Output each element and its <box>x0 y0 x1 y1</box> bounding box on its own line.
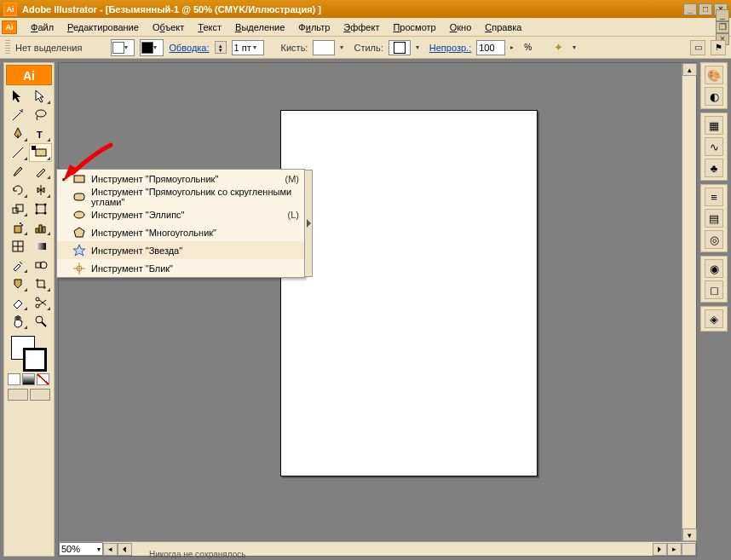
nav-first-button[interactable]: ⏴ <box>118 543 132 556</box>
flyout-ellipse-tool[interactable]: Инструмент "Эллипс" (L) <box>57 205 304 223</box>
scroll-right-button[interactable]: ▸ <box>667 543 682 556</box>
color-guide-panel-icon[interactable]: ◐ <box>705 87 723 106</box>
free-transform-tool[interactable] <box>29 199 52 218</box>
menu-filter[interactable]: Фильтр <box>291 20 337 35</box>
pen-tool[interactable] <box>6 124 29 143</box>
nav-last-button[interactable]: ⏵ <box>653 543 667 556</box>
gradient-panel-icon[interactable]: ▤ <box>705 209 723 228</box>
preferences-button[interactable]: ⚑ <box>711 40 726 55</box>
color-mode-button[interactable] <box>8 373 20 385</box>
eyedropper-tool[interactable] <box>6 256 29 274</box>
pencil-tool[interactable] <box>29 162 52 181</box>
stroke-stepper[interactable]: ▴▾ <box>215 41 227 54</box>
swatches-panel-icon[interactable]: ▦ <box>705 116 723 135</box>
line-tool[interactable] <box>6 143 29 162</box>
symbol-sprayer-tool[interactable] <box>6 218 29 237</box>
transparency-panel-icon[interactable]: ◎ <box>705 230 723 249</box>
svg-line-26 <box>42 322 46 326</box>
stroke-panel-link[interactable]: Обводка: <box>169 43 209 53</box>
symbols-panel-icon[interactable]: ♣ <box>705 159 723 177</box>
flyout-rounded-rectangle-tool[interactable]: Инструмент "Прямоугольник со скругленным… <box>57 188 304 205</box>
panel-grip-icon[interactable] <box>5 40 10 55</box>
doc-minimize-button[interactable]: _ <box>716 9 729 21</box>
scroll-up-button[interactable]: ▴ <box>682 63 697 76</box>
opacity-drop[interactable]: ▸ <box>510 43 519 51</box>
selection-tool[interactable] <box>6 87 29 106</box>
window-titlebar: Ai Adobe Illustrator - [Безымянный-1 @ 5… <box>0 0 731 18</box>
fill-color-well[interactable]: ▾ <box>111 39 135 56</box>
stroke-weight-input[interactable]: 1 пт▾ <box>232 40 264 55</box>
flyout-polygon-tool[interactable]: Инструмент "Многоугольник" <box>57 223 304 241</box>
lasso-tool[interactable] <box>29 106 52 124</box>
menu-help[interactable]: Справка <box>478 20 528 35</box>
flyout-tearoff-handle[interactable] <box>304 170 313 277</box>
flyout-star-tool[interactable]: Инструмент "Звезда" <box>57 241 304 259</box>
menu-select[interactable]: Выделение <box>228 20 291 35</box>
scale-tool[interactable] <box>6 199 29 218</box>
menu-view[interactable]: Просмотр <box>386 20 442 35</box>
scroll-down-button[interactable]: ▾ <box>682 528 697 541</box>
blend-tool[interactable] <box>29 256 52 274</box>
menu-edit[interactable]: Редактирование <box>60 20 146 35</box>
stroke-swatch[interactable] <box>23 348 47 372</box>
layers-panel-icon[interactable]: ◈ <box>705 309 723 328</box>
ai-logo-icon: Ai <box>2 20 17 34</box>
stroke-color-well[interactable]: ▾ <box>140 39 164 56</box>
none-mode-button[interactable] <box>37 373 49 385</box>
svg-point-10 <box>43 212 46 215</box>
live-paint-tool[interactable] <box>6 274 29 293</box>
reflect-tool[interactable] <box>29 181 52 199</box>
toolbox-logo: Ai <box>6 65 52 85</box>
svg-point-9 <box>35 212 37 215</box>
doc-setup-button[interactable]: ▭ <box>690 40 705 55</box>
graph-tool[interactable] <box>29 218 52 237</box>
hand-tool[interactable] <box>6 312 29 331</box>
appearance-panel-icon[interactable]: ◉ <box>705 259 723 278</box>
brush-picker[interactable] <box>313 40 335 55</box>
menu-file[interactable]: Файл <box>24 20 60 35</box>
screen-full-button[interactable] <box>30 389 50 401</box>
vertical-scrollbar[interactable]: ▴ ▾ <box>682 63 696 541</box>
gradient-tool[interactable] <box>29 237 52 256</box>
zoom-tool[interactable] <box>29 312 52 331</box>
opacity-input[interactable]: 100 <box>476 40 505 55</box>
brushes-panel-icon[interactable]: ∿ <box>705 137 723 156</box>
svg-point-29 <box>74 211 84 218</box>
minimize-button[interactable]: _ <box>683 3 697 15</box>
color-panel-icon[interactable]: 🎨 <box>705 66 723 84</box>
flyout-flare-tool[interactable]: Инструмент "Блик" <box>57 259 304 277</box>
eraser-tool[interactable] <box>6 293 29 312</box>
menu-text[interactable]: Текст <box>191 20 228 35</box>
menu-window[interactable]: Окно <box>443 20 479 35</box>
mesh-tool[interactable] <box>6 237 29 256</box>
menu-effect[interactable]: Эффект <box>337 20 386 35</box>
menu-object[interactable]: Объект <box>146 20 191 35</box>
svg-rect-15 <box>39 225 42 233</box>
zoom-input[interactable]: 50%▾ <box>59 542 103 556</box>
scissors-tool[interactable] <box>29 293 52 312</box>
crop-tool[interactable] <box>29 274 52 293</box>
color-swatches[interactable] <box>6 334 52 372</box>
canvas[interactable] <box>59 63 682 541</box>
maximize-button[interactable]: □ <box>699 3 712 15</box>
style-picker[interactable] <box>389 40 411 55</box>
opacity-panel-link[interactable]: Непрозр.: <box>429 43 471 53</box>
svg-point-0 <box>36 110 46 117</box>
gradient-mode-button[interactable] <box>22 373 35 385</box>
recolor-icon[interactable]: ✦ <box>549 40 567 55</box>
selection-status: Нет выделения <box>15 43 82 53</box>
graphic-styles-panel-icon[interactable]: ◻ <box>705 280 723 299</box>
type-tool[interactable]: T <box>29 124 52 143</box>
rotate-tool[interactable] <box>6 181 29 199</box>
direct-selection-tool[interactable] <box>29 87 52 106</box>
stroke-panel-icon[interactable]: ≡ <box>705 188 723 206</box>
paintbrush-tool[interactable] <box>6 162 29 181</box>
doc-restore-button[interactable]: ❐ <box>716 21 729 33</box>
svg-line-2 <box>13 147 23 158</box>
svg-text:T: T <box>37 130 43 140</box>
scroll-left-button[interactable]: ◂ <box>103 543 118 556</box>
rectangle-tool[interactable] <box>29 143 52 162</box>
magic-wand-tool[interactable] <box>6 106 29 124</box>
horizontal-scrollbar[interactable]: 50%▾ ◂ ⏴ Никогда не сохранялось ⏵ ▸ <box>59 541 696 556</box>
screen-normal-button[interactable] <box>8 389 28 401</box>
